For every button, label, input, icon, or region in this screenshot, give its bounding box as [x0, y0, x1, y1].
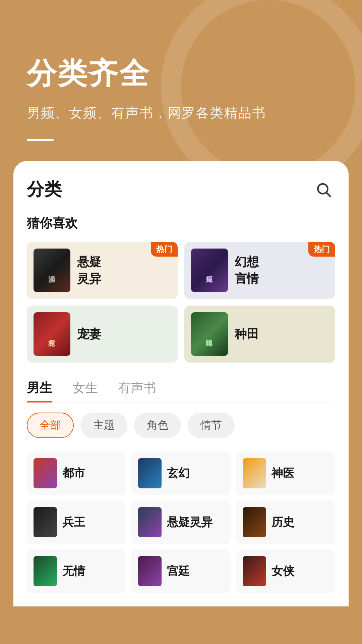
category-mystery2[interactable]: 悬疑灵异	[131, 500, 231, 544]
tab-male[interactable]: 男生	[27, 379, 52, 402]
cover-xuanhuan	[138, 458, 162, 488]
filter-all[interactable]: 全部	[27, 413, 74, 438]
category-divine[interactable]: 神医	[236, 451, 335, 495]
filter-role[interactable]: 角色	[134, 413, 181, 438]
tab-female[interactable]: 女生	[72, 379, 98, 402]
category-more3[interactable]: 女侠	[236, 549, 335, 593]
category-more1[interactable]: 无情	[27, 549, 126, 593]
cat-label-urban: 都市	[62, 466, 85, 481]
cat-label-xuanhuan: 玄幻	[167, 466, 190, 481]
recommend-label-farm: 种田	[235, 326, 259, 342]
recommend-grid: 热门 沙漠涌 悬疑灵异 热门 鬼姬 幻想言情 权宠 宠妻 隐相 种田	[27, 242, 335, 363]
tab-bar: 男生 女生 有声书	[27, 379, 335, 402]
category-xuanhuan[interactable]: 玄幻	[131, 451, 231, 495]
search-icon	[315, 181, 332, 198]
cover-mystery2	[138, 507, 162, 537]
cover-soldier	[34, 507, 57, 537]
cover-more3	[243, 556, 266, 586]
hot-badge-fantasy: 热门	[308, 242, 335, 257]
recommend-card-mystery[interactable]: 热门 沙漠涌 悬疑灵异	[27, 242, 178, 299]
hero-subtitle: 男频、女频、有声书，网罗各类精品书	[27, 104, 335, 122]
recommend-label-spousal: 宠妻	[77, 326, 101, 342]
hero-divider	[27, 139, 54, 141]
recommend-section-label: 猜你喜欢	[27, 215, 335, 232]
recommend-label-fantasy: 幻想言情	[235, 254, 259, 287]
cat-label-history: 历史	[272, 515, 294, 530]
cover-history	[243, 507, 266, 537]
category-grid: 都市 玄幻 神医 兵王 悬疑灵异 历史 无情 宫廷	[27, 451, 335, 593]
cat-label-more2: 宫廷	[167, 564, 190, 579]
cover-spousal: 权宠	[34, 312, 70, 356]
cover-more2	[138, 556, 162, 586]
cover-fantasy: 鬼姬	[191, 249, 228, 292]
recommend-label-mystery: 悬疑灵异	[77, 254, 101, 287]
cat-label-mystery2: 悬疑灵异	[167, 515, 213, 530]
category-urban[interactable]: 都市	[27, 451, 126, 495]
filter-row: 全部 主题 角色 情节	[27, 413, 335, 438]
cover-divine	[243, 458, 266, 488]
category-history[interactable]: 历史	[236, 500, 335, 544]
hero-title: 分类齐全	[27, 54, 335, 94]
recommend-card-farm[interactable]: 隐相 种田	[184, 306, 335, 363]
main-card: 分类 猜你喜欢 热门 沙漠涌 悬疑灵异 热门 鬼姬 幻想言情	[13, 161, 349, 606]
cat-label-soldier: 兵王	[62, 515, 85, 530]
card-title: 分类	[27, 178, 62, 201]
filter-theme[interactable]: 主题	[80, 413, 127, 438]
cat-label-more3: 女侠	[272, 564, 294, 579]
hot-badge-mystery: 热门	[151, 242, 178, 257]
cover-farm: 隐相	[191, 312, 228, 356]
category-more2[interactable]: 宫廷	[131, 549, 231, 593]
cover-mystery: 沙漠涌	[34, 249, 70, 292]
recommend-card-fantasy[interactable]: 热门 鬼姬 幻想言情	[184, 242, 335, 299]
cat-label-more1: 无情	[62, 564, 85, 579]
recommend-card-spousal[interactable]: 权宠 宠妻	[27, 306, 178, 363]
hero-section: 分类齐全 男频、女频、有声书，网罗各类精品书	[0, 0, 362, 161]
cover-urban	[34, 458, 57, 488]
category-soldier[interactable]: 兵王	[27, 500, 126, 544]
cat-label-divine: 神医	[272, 466, 294, 481]
filter-plot[interactable]: 情节	[188, 413, 235, 438]
tab-audio[interactable]: 有声书	[118, 379, 156, 402]
cover-more1	[34, 556, 57, 586]
svg-line-1	[326, 193, 330, 196]
